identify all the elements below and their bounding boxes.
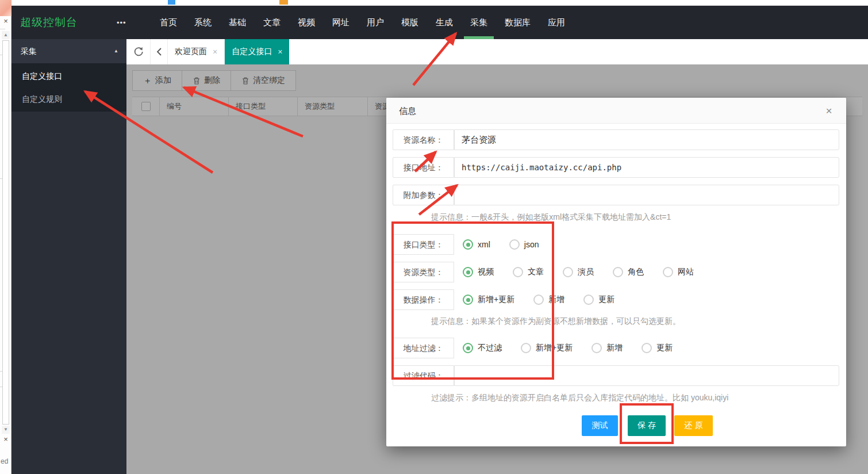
field-resource-name: 资源名称： — [393, 129, 839, 150]
radio-filter-update[interactable]: 更新 — [642, 343, 673, 353]
modal-header: 信息 × — [386, 98, 846, 124]
collapse-arrow-icon: ▲ — [114, 39, 118, 63]
nav-item-system[interactable]: 系统 — [194, 6, 212, 39]
radio-unchecked-icon — [642, 343, 652, 353]
resource-name-input[interactable] — [454, 129, 839, 150]
tab-bar: 欢迎页面 × 自定义接口 × — [126, 39, 868, 64]
radio-label: 演员 — [578, 267, 594, 277]
nav-item-home[interactable]: 首页 — [160, 6, 177, 39]
close-icon[interactable]: × — [278, 47, 282, 56]
radio-xml[interactable]: xml — [463, 239, 490, 250]
divider — [0, 29, 5, 29]
radio-label: 新增 — [548, 295, 564, 305]
background-window-strip: × ▲ ▼ × ed — [0, 0, 11, 474]
refresh-button[interactable] — [126, 39, 151, 64]
sidebar-group-collect[interactable]: 采集 ▲ — [11, 39, 126, 63]
field-label: 资源类型： — [393, 262, 454, 282]
scrollbar[interactable]: ▲ ▼ — [2, 31, 10, 434]
radio-no-filter[interactable]: 不过滤 — [463, 343, 502, 353]
field-label: 过滤代码： — [393, 365, 454, 386]
radio-unchecked-icon — [563, 267, 573, 277]
radio-json[interactable]: json — [509, 239, 539, 250]
field-label: 接口类型： — [393, 234, 454, 255]
close-icon[interactable]: × — [1, 435, 10, 444]
operation-hint-text: 提示信息：如果某个资源作为副资源不想新增数据，可以只勾选更新。 — [431, 316, 681, 327]
tab-welcome[interactable]: 欢迎页面 × — [168, 39, 225, 64]
close-icon[interactable]: × — [821, 98, 837, 124]
modal-title: 信息 — [399, 98, 416, 124]
radio-label: json — [524, 240, 539, 249]
field-extra-params: 附加参数： — [393, 185, 839, 205]
radio-video[interactable]: 视频 — [463, 267, 494, 277]
field-resource-type: 资源类型： 视频 文章 演员 角色 网站 — [393, 262, 839, 282]
radio-group-url-filter: 不过滤 新增+更新 新增 更新 — [463, 338, 692, 358]
filter-hint-text: 过滤提示：多组地址的资源开启白名单后只会入库指定代码的地址。比如 youku,i… — [431, 393, 728, 403]
field-api-url: 接口地址： — [393, 157, 839, 178]
radio-role[interactable]: 角色 — [613, 267, 644, 277]
radio-update[interactable]: 更新 — [583, 295, 614, 305]
radio-unchecked-icon — [533, 295, 544, 305]
background-text: ed — [1, 457, 8, 465]
radio-label: 视频 — [478, 267, 494, 277]
nav-item-article[interactable]: 文章 — [263, 6, 281, 39]
nav-item-app[interactable]: 应用 — [548, 6, 565, 39]
nav-item-database[interactable]: 数据库 — [505, 6, 531, 39]
nav-item-url[interactable]: 网址 — [332, 6, 349, 39]
nav-item-basic[interactable]: 基础 — [229, 6, 246, 39]
radio-label: 网站 — [678, 267, 694, 277]
field-api-type: 接口类型： xml json — [393, 234, 839, 255]
tab-label: 自定义接口 — [232, 47, 272, 57]
radio-filter-add-update[interactable]: 新增+更新 — [521, 343, 573, 353]
close-icon[interactable]: × — [1, 17, 10, 25]
save-button[interactable]: 保 存 — [628, 415, 666, 436]
back-button[interactable] — [151, 39, 168, 64]
sidebar-item-custom-api[interactable]: 自定义接口 — [11, 64, 126, 87]
tab-custom-api[interactable]: 自定义接口 × — [225, 39, 289, 64]
restore-button[interactable]: 还 原 — [674, 415, 713, 436]
scroll-up-icon[interactable]: ▲ — [2, 31, 10, 39]
api-url-input[interactable] — [454, 157, 839, 178]
filter-code-input[interactable] — [454, 365, 839, 386]
background-image-fragment — [0, 0, 11, 16]
radio-unchecked-icon — [592, 343, 602, 353]
radio-group-data-operation: 新增+更新 新增 更新 — [463, 289, 633, 310]
nav-item-user[interactable]: 用户 — [367, 6, 384, 39]
radio-group-api-type: xml json — [463, 234, 558, 255]
more-menu-icon[interactable]: ••• — [117, 18, 136, 27]
nav-item-template[interactable]: 模版 — [401, 6, 418, 39]
field-data-operation: 数据操作： 新增+更新 新增 更新 — [393, 289, 839, 310]
radio-actor[interactable]: 演员 — [563, 267, 594, 277]
radio-label: 文章 — [528, 267, 544, 277]
field-url-filter: 地址过滤： 不过滤 新增+更新 新增 更新 — [393, 338, 839, 358]
scrollbar-track[interactable] — [2, 40, 9, 425]
close-icon[interactable]: × — [213, 47, 217, 56]
chevron-left-icon — [155, 47, 163, 56]
radio-website[interactable]: 网站 — [663, 267, 694, 277]
background-fragment-orange — [279, 0, 288, 5]
radio-unchecked-icon — [509, 239, 520, 250]
radio-checked-icon — [463, 239, 473, 250]
radio-unchecked-icon — [613, 267, 623, 277]
tab-label: 欢迎页面 — [175, 47, 207, 57]
radio-label: 新增+更新 — [536, 343, 573, 353]
background-fragment-blue — [168, 0, 175, 5]
sidebar-item-custom-rule[interactable]: 自定义规则 — [11, 87, 126, 110]
scroll-down-icon[interactable]: ▼ — [2, 426, 10, 434]
radio-article[interactable]: 文章 — [513, 267, 544, 277]
field-label: 地址过滤： — [393, 338, 454, 358]
field-label: 资源名称： — [393, 129, 454, 150]
nav-item-generate[interactable]: 生成 — [436, 6, 453, 39]
test-button[interactable]: 测试 — [582, 415, 618, 436]
field-filter-code: 过滤代码： — [393, 365, 839, 386]
radio-add-update[interactable]: 新增+更新 — [463, 295, 514, 305]
radio-filter-add[interactable]: 新增 — [592, 343, 623, 353]
extra-params-input[interactable] — [454, 185, 839, 205]
field-label: 附加参数： — [393, 185, 454, 205]
radio-add[interactable]: 新增 — [533, 295, 564, 305]
nav-item-video[interactable]: 视频 — [298, 6, 315, 39]
nav-item-collect[interactable]: 采集 — [470, 6, 487, 39]
radio-group-resource-type: 视频 文章 演员 角色 网站 — [463, 262, 713, 282]
refresh-icon — [133, 46, 144, 58]
radio-label: 更新 — [598, 295, 614, 305]
app-title: 超级控制台 — [20, 15, 106, 30]
